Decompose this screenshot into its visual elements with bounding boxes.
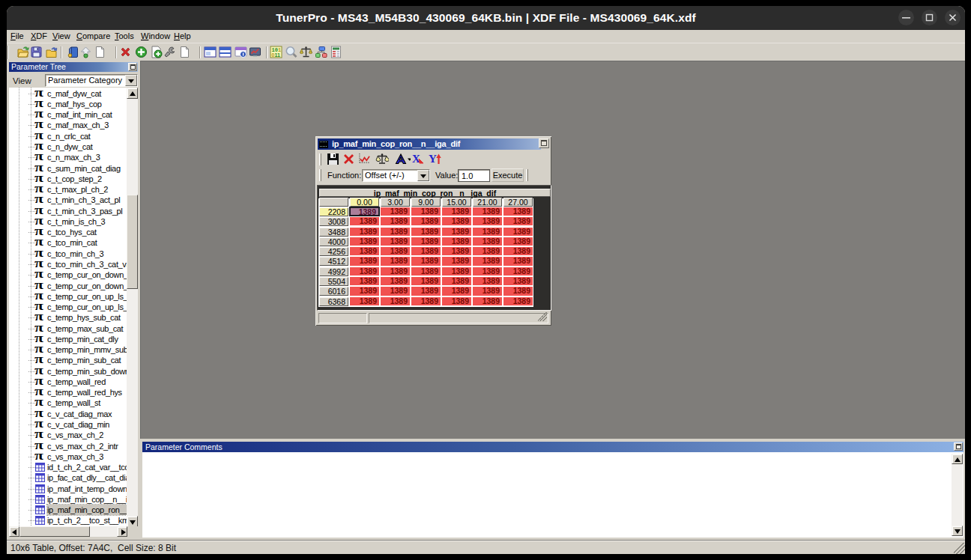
- svg-text:Y: Y: [429, 153, 437, 165]
- svg-text:011: 011: [272, 52, 280, 58]
